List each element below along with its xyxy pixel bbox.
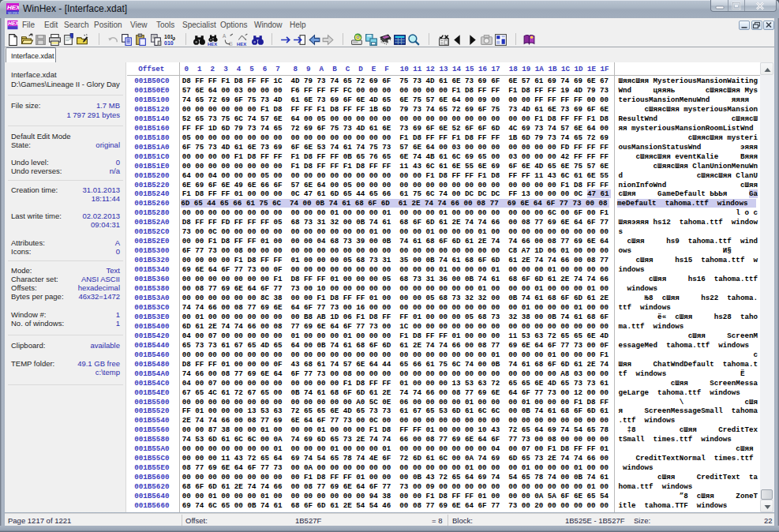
svg-text:WORKS: WORKS <box>8 11 19 15</box>
svg-text:010: 010 <box>164 40 174 46</box>
svg-text:B: B <box>230 41 233 47</box>
svg-text:HEX: HEX <box>8 21 18 26</box>
svg-text:A: A <box>223 33 227 39</box>
svg-text:HEX: HEX <box>7 4 19 11</box>
svg-text:101: 101 <box>164 34 174 39</box>
